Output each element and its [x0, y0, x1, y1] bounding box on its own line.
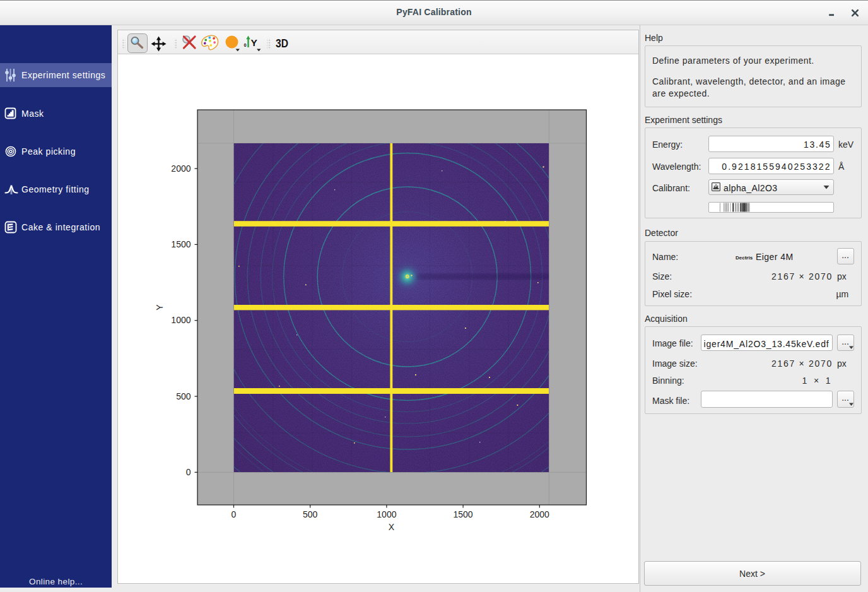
svg-text:2000: 2000 — [171, 163, 191, 174]
svg-text:1000: 1000 — [377, 509, 396, 519]
svg-text:0: 0 — [244, 42, 247, 48]
svg-text:0: 0 — [232, 509, 237, 519]
svg-text:X: X — [389, 522, 395, 532]
svg-text:1500: 1500 — [454, 509, 473, 519]
svg-text:1500: 1500 — [171, 239, 191, 249]
svg-text:500: 500 — [176, 391, 191, 401]
svg-text:500: 500 — [303, 509, 318, 519]
svg-text:1000: 1000 — [171, 315, 191, 325]
svg-text:Y: Y — [251, 37, 258, 48]
svg-text:0: 0 — [186, 467, 191, 477]
svg-text:Y: Y — [155, 304, 165, 311]
svg-text:3D: 3D — [276, 37, 288, 50]
svg-text:2000: 2000 — [530, 509, 549, 519]
